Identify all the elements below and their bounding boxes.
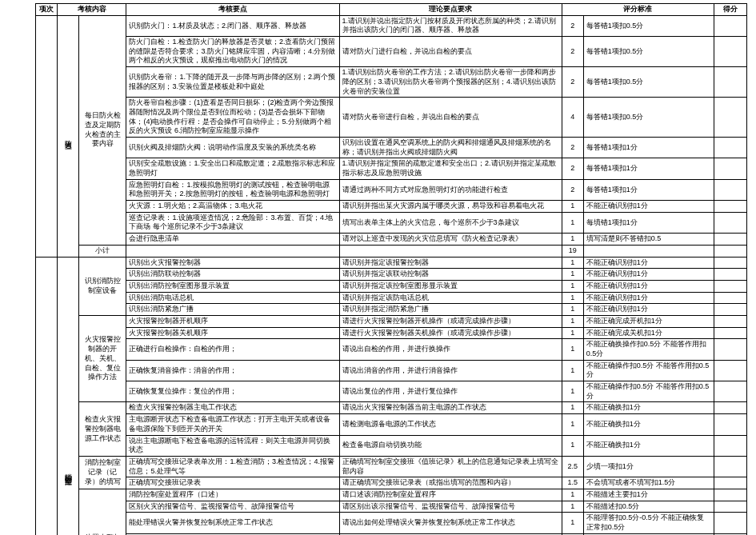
- point-cell: 能处理错误火警并恢复控制系统正常工作状态: [126, 513, 339, 533]
- table-row: 识别火阀及排烟防火阀：说明动作温度及安装的系统类名称识别出设置在通风空调系统上的…: [36, 137, 747, 158]
- point-cell: 正确恢复复位操作：复位的作用；: [126, 381, 339, 402]
- point-cell: 火灾报警控制器开机顺序: [126, 315, 339, 327]
- code-cell: [36, 15, 58, 257]
- requirement-cell: 请正确填写交接班记录表（或指出填写的范围和内容）: [339, 477, 562, 489]
- table-row: 识别出消防紧急广播请识别并指定消防紧急广播1不能正确识别扣1分: [36, 304, 747, 316]
- table-row: 正确进行自检操作：自检的作用；请说出自检的作用，并进行换操作1不能正确换操作扣0…: [36, 339, 747, 360]
- subcategory-cell: 检查火灾报警控制器电源工作状态: [78, 402, 126, 456]
- requirement-cell: 填写出表单主体上的火灾信息，每个巡所不少于3条建议: [339, 212, 562, 233]
- standard-cell: 不能正确识别扣1分: [583, 304, 714, 316]
- point-cell: 正确进行自检操作：自检的作用；: [126, 339, 339, 360]
- value-cell: 1: [562, 414, 583, 435]
- requirement-cell: 请通过两种不同方式对应急照明灯灯的功能进行检查: [339, 179, 562, 200]
- value-cell: 1: [562, 292, 583, 304]
- assessment-table: 项次 考核内容 考核要点 理论要点要求 评分标准 得分 防火巡查每日防火检查及定…: [35, 3, 747, 535]
- table-row: 正确恢复消音操作：消音的作用；请说出消音的作用，并进行消音操作1不能正确操作扣0…: [36, 360, 747, 381]
- spreadsheet: 项次 考核内容 考核要点 理论要点要求 评分标准 得分 防火巡查每日防火检查及定…: [0, 0, 756, 535]
- table-row: 应急照明灯自检：1.按模拟急照明灯的测试按钮，检查验明电源和急照明开关；2.按急…: [36, 179, 747, 200]
- score-cell: [714, 234, 746, 246]
- standard-cell: 不能正确操作扣0.5分 不能答作用扣0.5分: [583, 381, 714, 402]
- table-row: 检查火灾报警控制器电源工作状态检查火灾报警控制器主电工作状态请说出火灾报警控制器…: [36, 402, 747, 414]
- standard-cell: 每答错1项扣0.5分: [583, 37, 714, 67]
- table-row: 正确填写交接班记录表请正确填写交接班记录表（或指出填写的范围和内容）1.5不会填…: [36, 477, 747, 489]
- requirement-cell: 1.请识别出防火卷帘的工作方法；2.请识别出防火卷帘一步降和两步降的区别；3.请…: [339, 67, 562, 98]
- score-cell: [714, 304, 746, 316]
- value-cell: 2: [562, 37, 583, 67]
- score-cell: [714, 179, 746, 200]
- subcategory-cell: 每日防火检查及定期防火检查的主要内容: [78, 15, 126, 245]
- standard-cell: 不能正确换扣1分: [583, 414, 714, 435]
- table-row: 识别出消防控制室图形显示装置请识别并指定该控制室图形显示装置1不能正确识别扣1分: [36, 280, 747, 292]
- score-cell: [714, 513, 746, 533]
- value-cell: 1: [562, 315, 583, 327]
- hdr-req: 理论要点要求: [339, 4, 562, 16]
- standard-cell: 每答错1项扣0.5分: [583, 98, 714, 138]
- standard-cell: 不能正确识别扣1分: [583, 201, 714, 213]
- point-cell: 正确填写交接班记录表: [126, 477, 339, 489]
- requirement-cell: 请识别并指出某火灾源内属于哪类火源，易导致和容易着电火花: [339, 201, 562, 213]
- standard-cell: 不能正确识别扣1分: [583, 269, 714, 281]
- subcategory-cell: 消防控制室记录（记录）的填写: [78, 456, 126, 489]
- value-cell: 1: [562, 257, 583, 269]
- value-cell: 1: [562, 269, 583, 281]
- table-row: 识别出消防电话总机请识别并指定该防电话总机1不能正确识别扣1分: [36, 292, 747, 304]
- table-row: 会进行隐患清单请对以上巡查中发现的火灾信息填写《防火检查记录表》1填写清楚则不答…: [36, 234, 747, 246]
- score-cell: [714, 257, 746, 269]
- standard-cell: 不能正确识别扣1分: [583, 280, 714, 292]
- score-cell: [714, 137, 746, 158]
- requirement-cell: 请识别并指定该报警控制器: [339, 257, 562, 269]
- hdr-std: 评分标准: [562, 4, 714, 16]
- requirement-cell: 请说出如何处理错误火警并恢复控制系统正常工作状态: [339, 513, 562, 533]
- table-row: 正确恢复复位操作：复位的作用；请说出复位的作用，并进行复位操作1不能正确操作扣0…: [36, 381, 747, 402]
- value-cell: 1: [562, 212, 583, 233]
- standard-cell: 每答错1项扣1分: [583, 179, 714, 200]
- value-cell: 2: [562, 179, 583, 200]
- requirement-cell: 请识别并指定该防电话总机: [339, 292, 562, 304]
- value-cell: 1: [562, 489, 583, 501]
- value-cell: 1: [562, 501, 583, 513]
- score-cell: [714, 158, 746, 179]
- score-cell: [714, 381, 746, 402]
- cell: [583, 245, 714, 257]
- table-row: 主电源断开状态下检查备电源工作状态：打开主电开关或者设备备电源保险下到匝开关的开…: [36, 414, 747, 435]
- requirement-cell: 请识别并指定该联动控制器: [339, 269, 562, 281]
- value-cell: 2: [562, 137, 583, 158]
- table-row: 说出主电源断电下检查备电源的运转流程：则关主电源并同切换状态检查备电源自动切换功…: [36, 435, 747, 456]
- value-cell: 2: [562, 15, 583, 36]
- point-cell: 正确恢复消音操作：消音的作用；: [126, 360, 339, 381]
- value-cell: 1: [562, 327, 583, 339]
- requirement-cell: 请检测电源备电源的工作状态: [339, 414, 562, 435]
- requirement-cell: 请口述该消防控制室处置程序: [339, 489, 562, 501]
- point-cell: 识别出消防紧急广播: [126, 304, 339, 316]
- requirement-cell: 请对防火卷帘进行自检，并说出自检的要点: [339, 98, 562, 138]
- standard-cell: 每答错1项扣0.5分: [583, 67, 714, 98]
- score-cell: [714, 212, 746, 233]
- value-cell: 4: [562, 98, 583, 138]
- point-cell: 巡查记录表：1.设施项巡查情况；2.危险部：3.布置、百货；4.地下商场 每个巡…: [126, 212, 339, 233]
- standard-cell: 不能正确完成关机扣1分: [583, 327, 714, 339]
- score-cell: [714, 414, 746, 435]
- value-cell: 1: [562, 280, 583, 292]
- requirement-cell: 请进行火灾报警控制器关机操作（或请完成操作步骤）: [339, 327, 562, 339]
- table-row: 防火门自检：1.检查防火门的释放器是否灵敏；2.查看防火门预留的缝隙是否符合要求…: [36, 37, 747, 67]
- value-cell: 1: [562, 304, 583, 316]
- requirement-cell: 请进行火灾报警控制器开机操作（或请完成操作步骤）: [339, 315, 562, 327]
- table-row: 识别出消防联动控制器请识别并指定该联动控制器1不能正确识别扣1分: [36, 269, 747, 281]
- standard-cell: 填写清楚则不答错扣0.5: [583, 234, 714, 246]
- standard-cell: 不能描述主要扣1分: [583, 489, 714, 501]
- subcategory-cell: 火灾报警控制器的开机、关机、自检、复位操作方法: [78, 315, 126, 402]
- point-cell: 识别出火灾报警控制器: [126, 257, 339, 269]
- hdr-point: 考核要点: [126, 4, 339, 16]
- table-row: 消防控制室记录（记录）的填写正确填写交接班记录表单次用：1.检查消防；3.检查情…: [36, 456, 747, 477]
- table-row: 火灾源：1.明火焰；2.高温物体；3.电火花请识别并指出某火灾源内属于哪类火源，…: [36, 201, 747, 213]
- requirement-cell: 请说出复位的作用，并进行复位操作: [339, 381, 562, 402]
- standard-cell: 每答错1项扣1分: [583, 137, 714, 158]
- point-cell: 说出主电源断电下检查备电源的运转流程：则关主电源并同切换状态: [126, 435, 339, 456]
- score-cell: [714, 477, 746, 489]
- score-cell: [714, 292, 746, 304]
- point-cell: 应急照明灯自检：1.按模拟急照明灯的测试按钮，检查验明电源和急照明开关；2.按急…: [126, 179, 339, 200]
- point-cell: 识别出消防控制室图形显示装置: [126, 280, 339, 292]
- point-cell: 区别火灾的报警信号、监视报警信号、故障报警信号: [126, 501, 339, 513]
- point-cell: 主电源断开状态下检查备电源工作状态：打开主电开关或者设备备电源保险下到匝开关的开…: [126, 414, 339, 435]
- table-row: 防火卷帘自检步骤：(1)查看是否同日损坏；(2)检查两个旁边预报器随附情况及两个…: [36, 98, 747, 138]
